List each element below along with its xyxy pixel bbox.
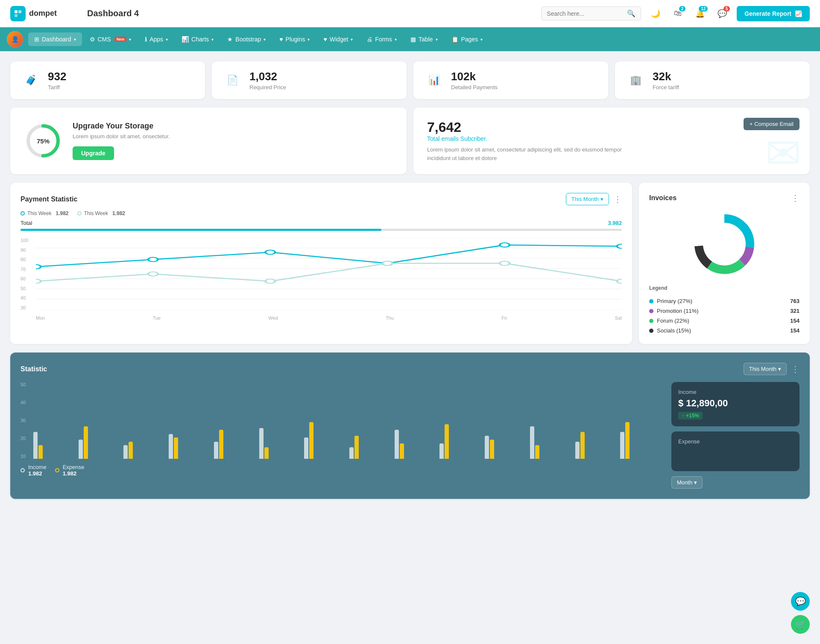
- bar-group-8: [349, 436, 392, 459]
- legend-label-week1: This Week: [27, 210, 51, 216]
- nav-label-plugins: Plugins: [286, 36, 305, 43]
- legend-label-week2: This Week: [84, 210, 108, 216]
- generate-report-label: Generate Report: [744, 10, 791, 17]
- email-count: 7,642: [427, 119, 796, 135]
- chevron-down-icon-bootstrap: ▾: [264, 37, 266, 42]
- bar-y-labels: 50 40 30 20 10: [20, 382, 26, 459]
- nav-item-bootstrap[interactable]: ★ Bootstrap ▾: [221, 32, 272, 46]
- detailed-payments-label: Detailed Payments: [451, 84, 498, 90]
- payment-legend: This Week 1.982 This Week 1.982: [20, 210, 622, 216]
- statistic-content: 50 40 30 20 10: [20, 382, 800, 489]
- payment-progress-fill: [20, 229, 381, 231]
- payment-chart-area: 100 90 80 70 60 50 40 30: [20, 238, 622, 323]
- required-price-icon: 📄: [222, 70, 243, 90]
- svg-point-15: [265, 250, 275, 254]
- storage-card: 75% Upgrade Your Storage Lorem ipsum dol…: [10, 108, 407, 174]
- storage-donut: 75%: [24, 122, 62, 160]
- force-tariff-info: 32k Force tariff: [653, 70, 679, 90]
- invoice-legend-socials: Socials (15%) 154: [649, 327, 800, 334]
- nav-label-table: Table: [419, 36, 433, 43]
- nav-item-cms[interactable]: ⚙ CMS New ▾: [84, 32, 138, 46]
- dot-forum: [649, 319, 653, 323]
- bar-group-5: [214, 430, 257, 459]
- search-box[interactable]: 🔍: [541, 6, 641, 20]
- moon-icon[interactable]: 🌙: [648, 6, 663, 21]
- this-month-button[interactable]: This Month ▾: [566, 193, 609, 205]
- nav-label-forms: Forms: [375, 36, 392, 43]
- bar-group-11: [485, 436, 527, 459]
- forms-icon: 🖨: [366, 36, 372, 43]
- nav-item-widget[interactable]: ♥ Widget ▾: [317, 32, 359, 46]
- chart-inner: [36, 238, 622, 310]
- invoices-legend: Legend Primary (27%) 763 Promotion (11%)…: [649, 285, 800, 334]
- nav-item-apps[interactable]: ℹ Apps ▾: [139, 32, 174, 46]
- page-title: Dashboard 4: [87, 9, 139, 18]
- generate-report-button[interactable]: Generate Report 📈: [737, 6, 810, 21]
- income-box-label: Income: [678, 389, 793, 395]
- pages-icon: 📋: [451, 36, 459, 43]
- bar-group-14: [620, 422, 663, 459]
- table-icon: ▦: [410, 36, 416, 43]
- email-bg-icon: ✉: [765, 128, 801, 174]
- nav-label-cms: CMS: [98, 36, 111, 43]
- storage-desc: Lorem ipsum dolor sit amet, onsectetur.: [73, 133, 170, 140]
- up-icon: ↑: [682, 413, 684, 419]
- expense-box-label: Expense: [678, 438, 793, 445]
- bell-icon[interactable]: 🔔 12: [692, 6, 708, 21]
- bar-group-4: [169, 434, 211, 459]
- logo: dompet: [10, 6, 79, 21]
- upgrade-button[interactable]: Upgrade: [73, 146, 114, 160]
- required-price-label: Required Price: [249, 84, 286, 90]
- bar-group-12: [530, 426, 573, 459]
- search-input[interactable]: [547, 10, 624, 17]
- nav-label-apps: Apps: [149, 36, 163, 43]
- statistic-more-button[interactable]: ⋮: [791, 364, 800, 374]
- nav-item-plugins[interactable]: ♥ Plugins ▾: [273, 32, 316, 46]
- search-icon[interactable]: 🔍: [627, 9, 636, 17]
- bar-group-9: [395, 430, 437, 459]
- bar-group-2: [79, 426, 121, 459]
- tariff-label: Tariff: [48, 84, 66, 90]
- income-box-tag: ↑ +15%: [678, 412, 703, 420]
- payment-more-button[interactable]: ⋮: [613, 194, 622, 204]
- apps-icon: ℹ: [145, 36, 147, 43]
- chat-icon[interactable]: 💬 5: [715, 6, 730, 21]
- invoices-card: Invoices ⋮ Legend Primary (27%): [639, 183, 810, 344]
- nav-item-charts[interactable]: 📊 Charts ▾: [176, 32, 220, 46]
- label-forum: Forum (22%): [657, 318, 689, 324]
- nav-item-forms[interactable]: 🖨 Forms ▾: [360, 32, 403, 46]
- bootstrap-icon: ★: [227, 36, 233, 43]
- statistic-this-month-button[interactable]: This Month ▾: [744, 363, 787, 375]
- month-button[interactable]: Month ▾: [671, 476, 703, 489]
- shopping-badge: 2: [679, 6, 686, 12]
- topbar-actions: 🔍 🌙 🛍 2 🔔 12 💬 5 Generate Report 📈: [541, 6, 810, 21]
- income-label: Income: [28, 464, 47, 470]
- nav-item-pages[interactable]: 📋 Pages ▾: [445, 32, 489, 46]
- shopping-icon[interactable]: 🛍 2: [670, 6, 685, 21]
- force-tariff-label: Force tariff: [653, 84, 679, 90]
- invoices-more-button[interactable]: ⋮: [791, 193, 800, 203]
- count-primary: 763: [790, 298, 800, 304]
- income-box-amount: $ 12,890,00: [678, 398, 793, 409]
- bar-group-7: [304, 422, 347, 459]
- email-card: + Compose Email 7,642 Total emails Subcr…: [413, 108, 810, 174]
- svg-point-23: [500, 261, 510, 265]
- tariff-icon: 🧳: [20, 70, 41, 90]
- label-primary: Primary (27%): [657, 298, 692, 304]
- logo-text: dompet: [29, 9, 57, 18]
- tariff-info: 932 Tariff: [48, 70, 66, 90]
- bar-group-10: [439, 424, 482, 459]
- nav-item-dashboard[interactable]: ⊞ Dashboard ▾: [28, 32, 82, 46]
- email-subtitle: Total emails Subcriber.: [427, 135, 796, 142]
- cms-icon: ⚙: [90, 36, 95, 43]
- dashboard-icon: ⊞: [34, 36, 39, 43]
- detailed-payments-icon: 📊: [424, 70, 444, 90]
- svg-point-14: [148, 257, 158, 262]
- count-forum: 154: [790, 318, 800, 324]
- chevron-down-icon-widget: ▾: [351, 37, 353, 42]
- invoices-donut-svg: [690, 210, 758, 278]
- nav-item-table[interactable]: ▦ Table ▾: [404, 32, 443, 46]
- bar-group-3: [123, 442, 166, 459]
- plugins-icon: ♥: [279, 36, 283, 43]
- svg-point-22: [383, 261, 392, 265]
